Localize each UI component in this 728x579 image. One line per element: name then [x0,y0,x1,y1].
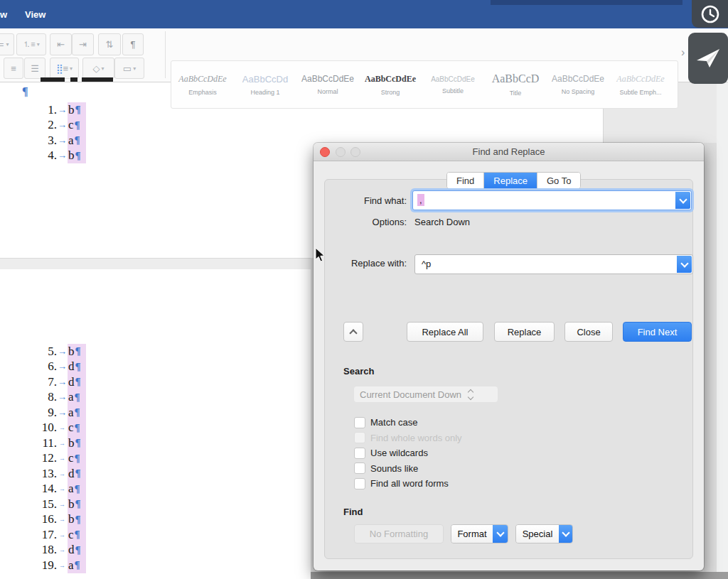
list-item[interactable]: 19. → a ¶ [0,558,86,573]
checkbox-label: Use wildcards [370,448,428,458]
numbering-icon: ⒈≡ [23,39,35,50]
selection-highlight: c ¶ [68,527,86,543]
style-label: Emphasis [188,89,217,96]
style-item[interactable]: AaBbCcDdEe No Spacing [547,61,609,108]
increase-indent-button[interactable]: ⇥ [72,33,94,55]
borders-button[interactable]: ▭▾ [114,58,144,79]
numbering-button[interactable]: ⒈≡▾ [16,33,46,55]
shading-button[interactable]: ◇▾ [82,58,114,79]
checkbox[interactable] [354,448,365,459]
replace-button[interactable]: Replace [494,322,555,342]
list-item[interactable]: 10. → c ¶ [0,421,86,436]
style-item[interactable]: AaBbCcDdEe Normal [296,61,359,108]
list-item[interactable]: 13. → d ¶ [0,466,86,482]
format-button[interactable]: Format [451,524,508,543]
ribbon: ≔▾ ⒈≡▾ ⇤ ⇥ ⇅ ¶ ≡ ☰ ⣿≡▾ ◇▾ ▭▾ AaBbCcDdEe … [0,28,728,82]
screen: w View ≔▾ ⒈≡▾ ⇤ ⇥ ⇅ ¶ ≡ ☰ ⣿≡▾ ◇▾ ▭▾ AaBb… [0,0,728,579]
find-replace-dialog: Find and Replace FindReplaceGo To Find w… [314,143,704,570]
line-spacing-button[interactable]: ⣿≡▾ [50,58,79,79]
list-item[interactable]: 4. → b ¶ [0,148,86,164]
align-right-button[interactable]: ≡ [4,58,23,79]
history-overlay-button[interactable] [692,0,728,28]
tab-arrow-mark: → [57,407,68,418]
checkbox-row[interactable]: Use wildcards [354,445,462,461]
tab-arrow-mark: → [57,346,68,357]
style-item[interactable]: AaBbCcD Title [484,61,547,108]
search-scope-dropdown[interactable]: Current Document Down [354,386,498,402]
list-item[interactable]: 1. → b ¶ [0,102,86,118]
tab-arrow-mark: → [57,424,68,431]
chevron-down-icon [679,195,687,203]
style-label: Strong [381,89,400,96]
style-item[interactable]: AaBbCcDdEe Subtitle [422,61,484,108]
checkbox-row[interactable]: Find whole words only [354,431,462,446]
no-formatting-button[interactable]: No Formatting [354,524,444,543]
selection-highlight: b ¶ [68,102,86,118]
window-scroll-strip[interactable] [717,82,728,579]
list-number: 10. [0,421,57,435]
checkbox-row[interactable]: Match case [354,415,462,431]
list-item[interactable]: 5. → b ¶ [0,344,86,359]
line-spacing-icon: ⣿ [56,63,63,74]
answer-letter: a [68,482,74,496]
tab-arrow-mark: → [57,531,68,539]
ribbon-tab-partial[interactable]: w [0,9,7,20]
share-overlay-button[interactable] [688,33,728,84]
find-what-combobox[interactable]: , [412,190,692,210]
list-item[interactable]: 12. → c ¶ [0,451,86,467]
list-item[interactable]: 18. → d ¶ [0,543,86,558]
selection-highlight: b ¶ [68,344,86,359]
list-item[interactable]: 17. → c ¶ [0,527,86,543]
answer-letter: b [68,345,75,359]
checkbox[interactable] [354,417,365,428]
list-item[interactable]: 15. → b ¶ [0,497,86,512]
show-formatting-marks-button[interactable]: ¶ [122,33,144,55]
format-dropdown-button[interactable] [493,525,508,543]
list-item[interactable]: 16. → b ¶ [0,512,86,528]
checkbox-row[interactable]: Sounds like [354,461,462,477]
bullets-button[interactable]: ≔▾ [0,33,14,55]
collapse-dialog-button[interactable] [343,322,363,342]
dialog-tab[interactable]: Replace [484,173,537,188]
checkbox[interactable] [354,478,365,489]
answer-list-page2: 5. → b ¶ 6. → d ¶ 7. → d ¶ 8. → a [0,344,86,573]
style-item[interactable]: AaBbCcDdEe Emphasis [171,61,234,108]
justify-button[interactable]: ☰ [24,58,46,79]
style-item[interactable]: AaBbCcDdEe Strong [359,61,422,108]
checkbox-row[interactable]: Find all word forms [354,476,462,492]
answer-letter: a [68,558,74,573]
checkbox[interactable] [354,462,365,474]
list-item[interactable]: 14. → a ¶ [0,482,86,497]
ribbon-tab-view[interactable]: View [25,9,46,20]
pilcrow-mark: ¶ [75,453,80,465]
list-item[interactable]: 9. → a ¶ [0,405,86,421]
dialog-title-bar[interactable]: Find and Replace [314,143,704,161]
find-what-dropdown-button[interactable] [675,192,690,209]
sort-button[interactable]: ⇅ [98,33,121,55]
style-item[interactable]: AaBbCcDdEe Subtle Emph... [609,61,672,108]
find-section-heading: Find [343,507,363,517]
pilcrow-mark: ¶ [22,85,28,98]
dialog-tab[interactable]: Find [447,173,484,188]
list-item[interactable]: 8. → a ¶ [0,390,86,406]
find-what-label: Find what: [327,195,407,206]
replace-with-combobox[interactable]: ^p [414,254,693,274]
replace-all-button[interactable]: Replace All [407,322,483,342]
special-dropdown-button[interactable] [559,525,572,543]
close-button[interactable]: Close [564,322,613,342]
list-item[interactable]: 3. → a ¶ [0,133,86,148]
list-item[interactable]: 2. → c ¶ [0,118,86,134]
replace-with-dropdown-button[interactable] [677,256,692,273]
list-number: 13. [0,467,57,481]
decrease-indent-button[interactable]: ⇤ [50,33,72,55]
list-item[interactable]: 11. → b ¶ [0,435,86,451]
checkbox[interactable] [354,432,365,443]
dialog-tab[interactable]: Go To [537,173,580,188]
borders-icon: ▭ [123,63,132,74]
style-item[interactable]: AaBbCcDd Heading 1 [234,61,296,108]
list-item[interactable]: 7. → d ¶ [0,374,86,390]
special-button[interactable]: Special [515,524,573,543]
list-item[interactable]: 6. → d ¶ [0,359,86,375]
find-next-button[interactable]: Find Next [623,322,692,342]
style-label: Heading 1 [250,89,279,96]
